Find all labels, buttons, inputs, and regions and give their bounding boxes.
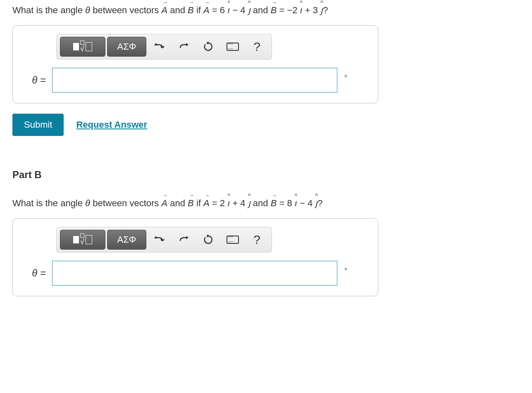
undo-icon bbox=[154, 235, 165, 244]
j-hat: ȷ bbox=[320, 4, 323, 17]
vector-b: B bbox=[271, 197, 277, 210]
submit-button[interactable]: Submit bbox=[12, 114, 64, 136]
equation-toolbar: √ ΑΣΦ ? bbox=[56, 227, 272, 252]
qtext: ? bbox=[323, 5, 328, 15]
qtext: ? bbox=[317, 198, 322, 208]
math-templates-button[interactable]: √ bbox=[60, 37, 105, 57]
qtext: = 2 bbox=[210, 198, 227, 208]
vector-a: A bbox=[161, 4, 167, 17]
answer-row: θ = ∘ bbox=[21, 68, 370, 93]
question-a: What is the angle θ between vectors A an… bbox=[12, 4, 520, 17]
qtext: = 6 bbox=[210, 5, 227, 15]
greek-letters-button[interactable]: ΑΣΦ bbox=[107, 37, 146, 57]
sqrt-icon: √ bbox=[80, 40, 84, 52]
reset-icon bbox=[203, 234, 214, 245]
qtext: What is the angle bbox=[12, 198, 85, 208]
answer-input-a[interactable] bbox=[52, 68, 337, 93]
i-hat: ı bbox=[300, 4, 303, 17]
qtext: if bbox=[194, 5, 203, 15]
help-button[interactable]: ? bbox=[246, 230, 268, 250]
undo-button[interactable] bbox=[148, 230, 171, 250]
part-b-header: Part B bbox=[12, 161, 520, 181]
actions-row-a: Submit Request Answer bbox=[12, 114, 520, 136]
greek-letters-button[interactable]: ΑΣΦ bbox=[107, 230, 146, 250]
qtext: = 8 bbox=[277, 198, 294, 208]
theta-label: θ = bbox=[21, 267, 46, 279]
vector-b: B bbox=[271, 4, 277, 17]
qtext: + 4 bbox=[230, 198, 248, 208]
reset-icon bbox=[203, 41, 214, 52]
keyboard-button[interactable] bbox=[221, 37, 244, 57]
fill-rect-icon bbox=[73, 43, 79, 50]
qtext: between vectors bbox=[90, 198, 161, 208]
undo-icon bbox=[154, 42, 165, 51]
degree-unit: ∘ bbox=[344, 264, 348, 273]
degree-unit: ∘ bbox=[344, 71, 348, 80]
qtext: and bbox=[250, 198, 271, 208]
qtext: − 4 bbox=[230, 5, 248, 15]
redo-icon bbox=[179, 235, 189, 244]
answer-input-b[interactable] bbox=[52, 261, 337, 286]
qtext: + 3 bbox=[303, 5, 320, 15]
keyboard-button[interactable] bbox=[221, 230, 244, 250]
qtext: = −2 bbox=[277, 5, 300, 15]
redo-button[interactable] bbox=[172, 37, 195, 57]
i-hat: ı bbox=[227, 197, 230, 210]
outline-rect-icon bbox=[86, 235, 92, 244]
answer-box-b: √ ΑΣΦ ? θ = ∘ bbox=[12, 218, 378, 296]
j-hat: ȷ bbox=[248, 4, 250, 17]
sqrt-icon: √ bbox=[80, 233, 84, 245]
outline-rect-icon bbox=[86, 42, 92, 51]
vector-a: A bbox=[203, 4, 210, 17]
qtext: between vectors bbox=[90, 5, 161, 15]
qtext: and bbox=[250, 5, 271, 15]
fill-rect-icon bbox=[73, 236, 79, 243]
request-answer-link[interactable]: Request Answer bbox=[76, 119, 147, 130]
vector-a: A bbox=[203, 197, 210, 210]
j-hat: ȷ bbox=[248, 197, 250, 210]
reset-button[interactable] bbox=[197, 37, 219, 57]
qtext: What is the angle bbox=[12, 5, 85, 15]
qtext: and bbox=[167, 198, 188, 208]
vector-b: B bbox=[188, 4, 194, 17]
qtext: if bbox=[194, 198, 203, 208]
j-hat: ȷ bbox=[315, 197, 317, 210]
reset-button[interactable] bbox=[197, 230, 219, 250]
math-templates-button[interactable]: √ bbox=[60, 230, 105, 250]
redo-icon bbox=[179, 42, 189, 51]
theta-symbol: θ bbox=[85, 5, 90, 15]
question-b: What is the angle θ between vectors A an… bbox=[12, 197, 520, 210]
qtext: − 4 bbox=[297, 198, 315, 208]
i-hat: ı bbox=[295, 197, 297, 210]
theta-symbol: θ bbox=[85, 198, 90, 208]
keyboard-icon bbox=[227, 43, 239, 51]
keyboard-icon bbox=[227, 236, 239, 244]
redo-button[interactable] bbox=[172, 230, 195, 250]
theta-label: θ = bbox=[21, 74, 46, 86]
vector-b: B bbox=[188, 197, 194, 210]
help-button[interactable]: ? bbox=[246, 37, 268, 57]
undo-button[interactable] bbox=[148, 37, 171, 57]
qtext: and bbox=[167, 5, 188, 15]
answer-row: θ = ∘ bbox=[21, 261, 370, 286]
vector-a: A bbox=[161, 197, 167, 210]
equation-toolbar: √ ΑΣΦ ? bbox=[56, 34, 272, 60]
i-hat: ı bbox=[227, 4, 230, 17]
answer-box-a: √ ΑΣΦ ? θ = ∘ bbox=[12, 25, 378, 103]
